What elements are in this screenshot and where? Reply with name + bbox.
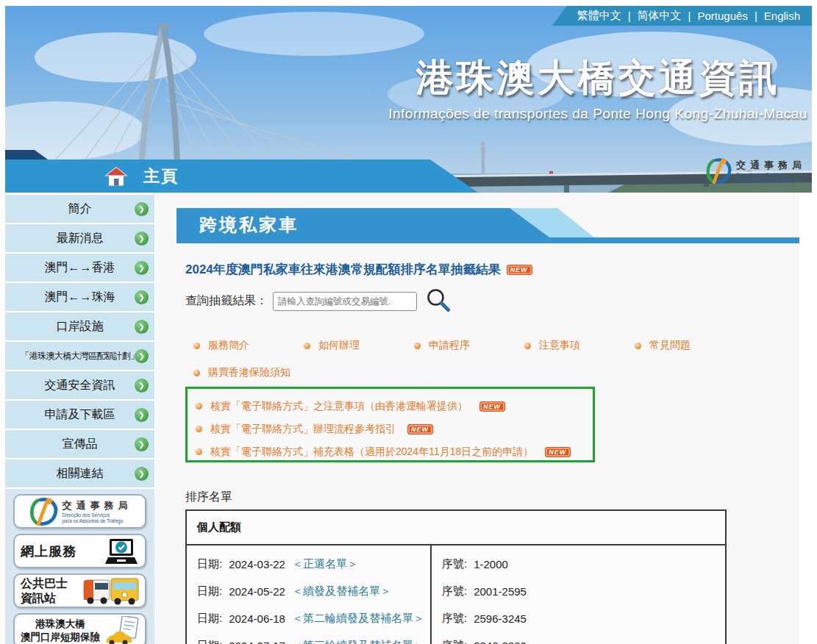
sidebar-item-label: 澳門←→珠海 xyxy=(45,290,115,305)
agency-name-pt1: Direcção dos Serviços xyxy=(63,512,132,518)
main-content: 跨境私家車 2024年度澳門私家車往來港澳常規配額排序名單抽籤結果 NEW 查詢… xyxy=(156,193,799,644)
site-title: 港珠澳大橋交通資訊 Informações de transportes da … xyxy=(388,53,807,122)
chevron-right-icon: ❯ xyxy=(135,232,149,246)
link-econtact-notes[interactable]: 核實「電子聯絡方式」之注意事項（由香港運輸署提供） NEW xyxy=(196,395,593,418)
table-header-cell: 個人配額 xyxy=(187,511,725,545)
chevron-right-icon: ❯ xyxy=(135,202,149,216)
sidebar-item-links[interactable]: 相關連結❯ xyxy=(5,459,154,487)
sidebar-cards: 交通事務局 Direcção dos Serviços para os Assu… xyxy=(5,489,154,644)
sidebar-item-traffic-safety[interactable]: 交通安全資訊❯ xyxy=(5,371,154,399)
new-badge: NEW xyxy=(507,265,532,275)
link-econtact-guide[interactable]: 核實「電子聯絡方式」辦理流程參考指引 NEW xyxy=(196,418,593,440)
link-how-to-apply[interactable]: 如何辦理 xyxy=(304,339,414,352)
ranking-heading: 排序名單 xyxy=(185,490,232,505)
serial-label: 序號: xyxy=(442,612,467,626)
chevron-right-icon: ❯ xyxy=(135,290,149,304)
search-icon xyxy=(426,287,451,312)
list-link[interactable]: ＜第二輪續發及替補名單＞ xyxy=(292,612,424,626)
serial-value: 3246-3980 xyxy=(474,640,527,644)
lang-separator: | xyxy=(688,10,691,22)
chevron-right-icon: ❯ xyxy=(135,408,149,422)
lang-link-zh-hans[interactable]: 简体中文 xyxy=(638,9,682,23)
lang-link-pt[interactable]: Português xyxy=(698,10,748,22)
bus-info-line2: 資訊站 xyxy=(21,591,68,606)
date-value: 2024-07-17 xyxy=(229,640,285,644)
home-icon xyxy=(105,167,127,186)
bullet-icon xyxy=(196,403,202,409)
link-label: 如何辦理 xyxy=(318,339,360,352)
chevron-right-icon: ❯ xyxy=(135,437,149,451)
sidebar-item-publicity[interactable]: 宣傳品❯ xyxy=(5,430,154,458)
list-link[interactable]: ＜正選名單＞ xyxy=(292,557,358,571)
car-document-icon xyxy=(105,616,139,644)
table-row: 序號: 2596-3245 xyxy=(442,605,725,632)
table-row: 日期: 2024-06-18 ＜第二輪續發及替補名單＞ xyxy=(197,605,430,632)
bullet-icon xyxy=(196,448,202,455)
chevron-right-icon: ❯ xyxy=(135,320,149,334)
sidebar-item-gba-quota[interactable]: 「港珠澳大橋大灣區配額計劃」❯ xyxy=(5,342,154,370)
date-label: 日期: xyxy=(197,557,222,571)
bullet-icon xyxy=(193,370,200,376)
serial-label: 序號: xyxy=(442,557,467,571)
lang-separator: | xyxy=(754,10,757,22)
link-faq[interactable]: 常見問題 xyxy=(635,339,745,352)
chevron-right-icon: ❯ xyxy=(135,261,149,275)
bullet-icon xyxy=(304,343,310,349)
sidebar-item-macau-zhuhai[interactable]: 澳門←→珠海❯ xyxy=(5,283,154,311)
link-notes[interactable]: 注意事項 xyxy=(524,339,635,352)
nav-home[interactable]: 主頁 xyxy=(5,160,483,193)
link-label: 服務簡介 xyxy=(208,339,249,352)
link-label: 核實「電子聯絡方式」辦理流程參考指引 xyxy=(210,423,396,436)
laptop-check-icon xyxy=(104,537,139,565)
agency-name-pt2: para os Assuntos de Tráfego xyxy=(736,178,806,184)
sidebar-item-intro[interactable]: 簡介❯ xyxy=(5,195,154,223)
table-col-serials: 序號: 1-2000 序號: 2001-2595 序號: 2596-3245 序… xyxy=(432,545,725,644)
section-banner-title: 跨境私家車 xyxy=(176,208,568,243)
card-bridge-insurance[interactable]: 港珠澳大橋 澳門口岸短期保險 xyxy=(13,613,146,644)
sidebar-item-news[interactable]: 最新消息❯ xyxy=(5,224,154,252)
table-row: 序號: 1-2000 xyxy=(442,551,725,578)
serial-label: 序號: xyxy=(442,584,467,598)
sidebar-item-macau-hk[interactable]: 澳門←→香港❯ xyxy=(5,254,154,282)
link-hk-insurance-notice[interactable]: 購買香港保險須知 xyxy=(193,366,290,379)
serial-label: 序號: xyxy=(442,639,467,644)
search-button[interactable] xyxy=(426,287,451,315)
agency-name-pt1: Direcção dos Serviços xyxy=(736,172,806,178)
serial-value: 2001-2595 xyxy=(474,585,527,598)
sidebar-item-port-facilities[interactable]: 口岸設施❯ xyxy=(5,312,154,340)
list-link[interactable]: ＜續發及替補名單＞ xyxy=(292,584,391,598)
insurance-line1: 港珠澳大橋 xyxy=(21,618,100,631)
lang-link-en[interactable]: English xyxy=(764,10,800,22)
lang-link-zh-hant[interactable]: 繁體中文 xyxy=(577,9,621,23)
ranking-table: 個人配額 日期: 2024-03-22 ＜正選名單＞ 日期: 2024-05-2… xyxy=(185,509,727,644)
card-online-services[interactable]: 網上服務 xyxy=(13,534,146,568)
serial-value: 2596-3245 xyxy=(474,612,527,625)
chevron-right-icon: ❯ xyxy=(135,349,149,363)
search-input[interactable] xyxy=(273,292,417,311)
sidebar-item-label: 澳門←→香港 xyxy=(45,260,115,276)
bullet-icon xyxy=(524,343,531,349)
sidebar-item-label: 簡介 xyxy=(68,201,92,217)
date-label: 日期: xyxy=(197,639,222,644)
card-bus-info[interactable]: 公共巴士 資訊站 xyxy=(13,573,146,608)
lang-separator: | xyxy=(628,10,631,22)
agency-name-cn: 交通事務局 xyxy=(736,159,806,172)
site-title-pt: Informações de transportes da Ponte Hong… xyxy=(388,106,807,122)
link-label: 購買香港保險須知 xyxy=(208,366,290,379)
table-row: 序號: 2001-2595 xyxy=(442,578,725,605)
date-label: 日期: xyxy=(197,612,222,626)
sidebar-item-applications[interactable]: 申請及下載區❯ xyxy=(5,401,154,429)
dsat-logo-icon xyxy=(704,158,732,184)
sidebar-menu: 簡介❯ 最新消息❯ 澳門←→香港❯ 澳門←→珠海❯ 口岸設施❯ 「港珠澳大橋大灣… xyxy=(5,193,154,487)
link-procedure[interactable]: 申請程序 xyxy=(414,339,524,352)
nav-home-label: 主頁 xyxy=(143,165,179,187)
quick-links: 服務簡介 如何辦理 申請程序 注意事項 常見問題 xyxy=(193,339,745,352)
link-econtact-form[interactable]: 核實「電子聯絡方式」補充表格（適用於2024年11月18日之前的申請） NEW xyxy=(196,440,593,463)
section-banner: 跨境私家車 xyxy=(176,208,799,243)
header-banner: 繁體中文 | 简体中文 | Português | English 港珠澳大橋交… xyxy=(5,6,812,193)
sidebar-item-label: 相關連結 xyxy=(57,466,104,482)
date-value: 2024-06-18 xyxy=(229,612,285,625)
card-dsat-logo[interactable]: 交通事務局 Direcção dos Serviços para os Assu… xyxy=(13,494,146,529)
link-service-intro[interactable]: 服務簡介 xyxy=(193,339,304,352)
list-link[interactable]: ＜第三輪續發及替補名單＞ xyxy=(292,639,424,644)
